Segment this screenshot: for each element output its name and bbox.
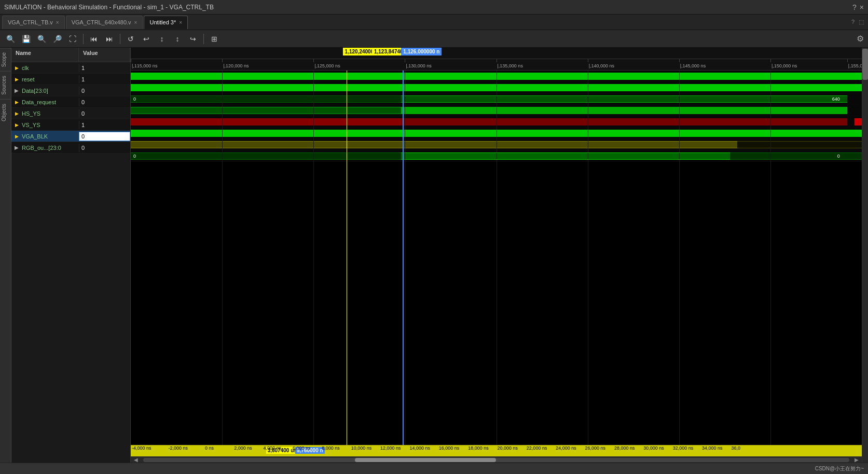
datareq-icon: ▶	[13, 99, 20, 105]
cursor1-button[interactable]: ↕	[156, 33, 168, 45]
horizontal-scrollbar[interactable]: ◀ ▶	[131, 456, 862, 463]
next-edge-button[interactable]: ⏭	[103, 33, 116, 45]
bottom-timeline: 3,607400 us 5,760000 n -4,000 ns -2,000 …	[131, 445, 862, 456]
step-fwd-button[interactable]: ↪	[187, 33, 199, 45]
close-icon[interactable]: ×	[860, 3, 864, 11]
fullscreen-button[interactable]: ⊞	[208, 33, 221, 45]
tab-untitled3[interactable]: Untitled 3* ×	[144, 16, 188, 29]
window-title: SIMULATION - Behavioral Simulation - Fun…	[4, 4, 852, 11]
cursor3-label: 1,126,000000 n	[401, 48, 442, 55]
rgbout-wave-mid	[401, 152, 730, 160]
bottom-tick-2: 0 ns	[204, 445, 214, 451]
signal-row-vgablk[interactable]: ▶ VGA_BLK 0	[11, 131, 130, 142]
signal-row-datareq[interactable]: ▶ Data_request 0	[11, 96, 130, 108]
data-value: 0	[79, 87, 130, 95]
tab-bar-actions: ? ⬚	[851, 19, 868, 25]
tab-close-icon[interactable]: ×	[56, 20, 59, 25]
save-button[interactable]: 💾	[20, 33, 32, 45]
tick-label-2: |,125,000 ns	[313, 63, 340, 68]
scroll-right-arrow[interactable]: ▶	[851, 457, 862, 463]
rgbout-value-left: 0	[133, 154, 136, 159]
data-wave-low	[131, 95, 401, 103]
rgbout-value-right: 0	[837, 154, 840, 159]
time-ruler: |,115,000 ns |,120,000 ns |,125,000 ns |…	[131, 59, 862, 71]
yellow-cursor-line	[347, 71, 347, 445]
rgbout-expand-icon[interactable]: ▶	[13, 145, 20, 151]
tab-label: Untitled 3*	[149, 19, 176, 25]
bottom-tick-4: 4,000 ns	[263, 445, 282, 451]
bottom-tick-19: 34,000 ns	[701, 445, 723, 451]
v-scrollbar-thumb[interactable]	[862, 49, 868, 80]
hsys-wave-before	[131, 118, 401, 126]
value-column-header: Value	[79, 48, 130, 62]
objects-panel-label[interactable]: Objects	[0, 99, 11, 126]
bottom-tick-20: 36,0	[730, 445, 740, 451]
vgablk-value[interactable]: 0	[79, 132, 130, 141]
tab-close-icon[interactable]: ×	[179, 20, 182, 25]
signal-name-data: ▶ Data[23:0]	[11, 87, 79, 95]
zoom-out-button[interactable]: 🔎	[51, 33, 63, 45]
data-wave-value-640: 640	[832, 96, 840, 102]
signal-row-data[interactable]: ▶ Data[23:0] 0	[11, 85, 130, 96]
scroll-left-arrow[interactable]: ◀	[131, 457, 141, 463]
datareq-wave-before	[131, 107, 401, 114]
scope-panel-label[interactable]: Scope	[0, 48, 11, 71]
blue-cursor-line	[403, 71, 404, 445]
h-scrollbar-track[interactable]	[143, 458, 849, 462]
main-content: Scope Sources Objects Name Value ▶ clk 1…	[0, 48, 868, 463]
tick-label-6: |,145,000 ns	[679, 63, 706, 68]
separator2	[120, 34, 120, 44]
grid-line	[588, 71, 588, 445]
grid-line	[770, 71, 771, 445]
zoom-in-button[interactable]: 🔍	[35, 33, 48, 45]
tick-label-4: |,135,000 ns	[497, 63, 523, 68]
tab-close-icon[interactable]: ×	[134, 20, 137, 25]
zoom-fit-button[interactable]: 🔍	[4, 33, 17, 45]
vertical-scrollbar[interactable]	[862, 48, 868, 463]
signal-name-reset: ▶ reset	[11, 75, 79, 83]
window-actions: ? ×	[852, 3, 864, 11]
signal-row-clk[interactable]: ▶ clk 1	[11, 62, 130, 74]
vsys-label: VS_YS	[22, 122, 40, 128]
data-wave-high	[401, 95, 847, 103]
reset-label: reset	[22, 76, 34, 82]
data-expand-icon[interactable]: ▶	[13, 88, 20, 94]
tab-vga-ctrl-640[interactable]: VGA_CTRL_640x480.v ×	[66, 16, 143, 29]
signal-name-vgablk: ▶ VGA_BLK	[11, 132, 79, 141]
vsys-value: 1	[79, 121, 130, 129]
bottom-tick-10: 16,000 ns	[438, 445, 460, 451]
fit-full-button[interactable]: ⛶	[66, 33, 79, 45]
bottom-tick-12: 20,000 ns	[497, 445, 518, 451]
tab-expand-icon[interactable]: ⬚	[859, 19, 864, 25]
h-scrollbar-thumb[interactable]	[355, 458, 496, 462]
tab-vga-ctrl-tb[interactable]: VGA_CTRL_TB.v ×	[2, 16, 65, 29]
cursor2-button[interactable]: ↕	[171, 33, 184, 45]
data-label: Data[23:0]	[22, 88, 48, 94]
bottom-tick-1: -2,000 ns	[167, 445, 188, 451]
settings-icon[interactable]: ⚙	[857, 34, 864, 44]
step-back-button[interactable]: ↩	[140, 33, 153, 45]
signal-row-hsys[interactable]: ▶ HS_YS 0	[11, 108, 130, 119]
vgablk-wave-off	[737, 141, 862, 148]
waveform-canvas[interactable]: 0 640	[131, 71, 862, 445]
hsys-label: HS_YS	[22, 110, 40, 117]
status-bar: CSDN@小王在努力~	[0, 463, 868, 474]
hsys-wave-after	[401, 118, 847, 126]
refresh-button[interactable]: ↺	[125, 33, 137, 45]
signal-header: Name Value	[11, 48, 130, 62]
prev-edge-button[interactable]: ⏮	[88, 33, 100, 45]
clk-icon: ▶	[13, 65, 20, 71]
bottom-tick-7: 10,000 ns	[350, 445, 372, 451]
signal-row-rgbout[interactable]: ▶ RGB_ou...[23:0 0	[11, 142, 130, 154]
vgablk-label: VGA_BLK	[22, 133, 48, 140]
bottom-tick-15: 26,000 ns	[584, 445, 606, 451]
datareq-wave-after	[401, 107, 847, 114]
signal-row-reset[interactable]: ▶ reset 1	[11, 74, 130, 85]
bottom-tick-5: 6,000 ns	[292, 445, 311, 451]
bottom-tick-0: -4,000 ns	[131, 445, 151, 451]
signal-row-vsys[interactable]: ▶ VS_YS 1	[11, 119, 130, 131]
help-icon[interactable]: ?	[852, 3, 857, 11]
signal-name-vsys: ▶ VS_YS	[11, 121, 79, 129]
tab-help-icon[interactable]: ?	[851, 19, 855, 25]
sources-panel-label[interactable]: Sources	[0, 71, 11, 99]
